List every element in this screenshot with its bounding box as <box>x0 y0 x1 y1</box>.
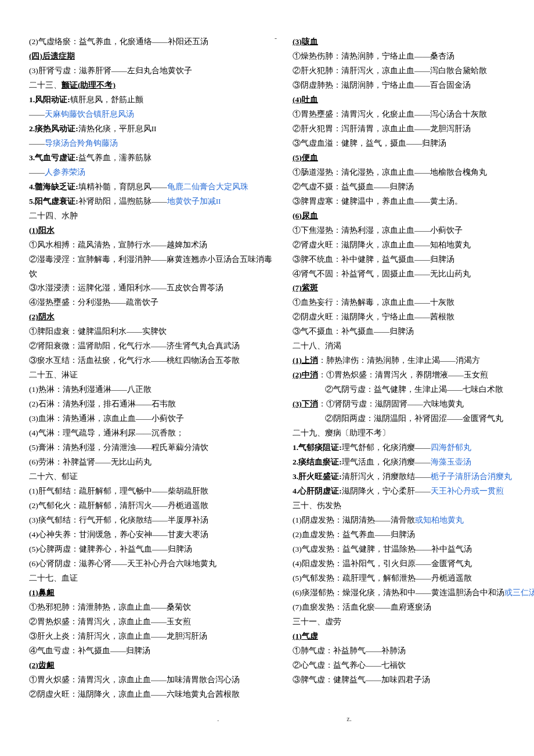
left-line: 二十五、淋证 <box>29 368 276 383</box>
right-line: ②气阴亏虚：益气健脾，生津止渴——七味白术散 <box>293 383 534 397</box>
left-line: (四)后遗症期 <box>29 49 276 64</box>
text-segment: (6)劳淋：补脾益肾——无比山药丸 <box>29 458 151 466</box>
header-dash: - <box>275 32 277 45</box>
right-line: ②气虚不摄：益气摄血——归脾汤 <box>293 180 534 195</box>
left-line: (3)肝肾亏虚：滋养肝肾——左归丸合地黄饮子 <box>29 64 276 78</box>
left-line: ③瘀水互结：活血祛瘀，化气行水——桃红四物汤合五苓散 <box>29 354 276 368</box>
left-line: ④气血亏虚：补气摄血——归脾汤 <box>29 644 276 658</box>
text-segment: 人参养荣汤 <box>45 168 85 177</box>
text-segment: 三十一、虚劳 <box>293 617 341 626</box>
two-column-body: (2)气虚络瘀：益气养血，化瘀通络——补阳还五汤(四)后遗症期(3)肝肾亏虚：滋… <box>29 35 534 702</box>
text-segment: —— <box>29 139 45 147</box>
text-segment: (1)阴虚发热：滋阴清热——清骨散 <box>293 516 415 524</box>
right-line: (1)气虚 <box>293 629 534 644</box>
text-segment: ①胃热壅盛：清胃泻火，化瘀止血——泻心汤合十灰散 <box>293 110 487 118</box>
left-line: (1)鼻衄 <box>29 586 276 600</box>
text-segment: 1.风阳动证: <box>29 95 70 104</box>
text-segment: 地黄饮子加减II <box>167 197 221 206</box>
text-segment: 清肝泻火，消瘿散结—— <box>342 472 431 481</box>
left-line: ②肾阳衰微：温肾助阳，化气行水——济生肾气丸合真武汤 <box>29 339 276 354</box>
right-line: ③脾气虚：健脾益气——加味四君子汤 <box>293 673 534 687</box>
right-line: (6)尿血 <box>293 209 534 224</box>
right-line: ②心气虚：益气养心——七福饮 <box>293 658 534 673</box>
left-line: (3)血淋：清热通淋，凉血止血——小蓟饮子 <box>29 412 276 426</box>
text-segment: (4)心神失养：甘润缓急，养心安神——甘麦大枣汤 <box>29 530 208 539</box>
right-line: 二十八、消渴 <box>293 339 534 354</box>
text-segment: ①脾阳虚衰：健脾温阳利水——实脾饮 <box>29 327 167 336</box>
right-line: ④肾气不固：补益肾气，固摄止血——无比山药丸 <box>293 267 534 282</box>
right-line: (7)血瘀发热：活血化瘀——血府逐瘀汤 <box>293 600 534 615</box>
right-line: (6)痰湿郁热：燥湿化痰，清热和中——黄连温胆汤合中和汤或三仁汤 <box>293 586 534 600</box>
text-segment: (7)血瘀发热：活血化瘀——血府逐瘀汤 <box>293 603 431 611</box>
right-line: ②肾虚火旺：滋阴降火，凉血止血——知柏地黄丸 <box>293 238 534 253</box>
left-line: (1)肝气郁结：疏肝解郁，理气畅中——柴胡疏肝散 <box>29 484 276 499</box>
right-line: 三十、伤发热 <box>293 499 534 513</box>
text-segment: ②阴虚火旺：滋阴降火，凉血止血——六味地黄丸合茜根散 <box>29 690 240 699</box>
text-segment: 1.气郁痰阻证: <box>293 443 342 452</box>
left-line: (1)阳水 <box>29 224 276 238</box>
text-segment: 滋阴降火，宁心柔肝—— <box>342 487 431 495</box>
text-segment: 2.痰结血瘀证: <box>293 458 342 466</box>
right-line: ③气不摄血：补气摄血——归脾汤 <box>293 325 534 339</box>
text-segment: 三十、伤发热 <box>293 501 341 510</box>
text-segment: (1)气虚 <box>293 632 318 640</box>
text-segment: (5)膏淋：清热利湿，分清泄浊——程氏萆薢分清饮 <box>29 443 208 452</box>
text-segment: ③脾不统血：补中健脾，益气摄血——归脾汤 <box>293 255 454 264</box>
right-line: (5)便血 <box>293 151 534 165</box>
left-line: 1.风阳动证:镇肝息风，舒筋止颤 <box>29 93 276 107</box>
left-line: 二十六、郁证 <box>29 470 276 484</box>
right-line: (3)咳血 <box>293 35 534 49</box>
left-line: (2)气郁化火：疏肝解郁，清肝泻火——丹栀逍遥散 <box>29 499 276 513</box>
left-line: ①胃火炽盛：清胃泻火，凉血止血——加味清胃散合泻心汤 <box>29 673 276 687</box>
text-segment: ①肺气虚：补益肺气——补肺汤 <box>293 646 406 655</box>
text-segment: (2)气虚络瘀：益气养血，化瘀通络——补阳还五汤 <box>29 37 208 46</box>
right-line: ③阴虚肺热：滋阴润肺，宁络止血——百合固金汤 <box>293 78 534 93</box>
left-line: (2)石淋：清热利湿，排石通淋——石韦散 <box>29 397 276 412</box>
text-segment: (2)中消 <box>293 370 318 379</box>
text-segment: ③气不摄血：补气摄血——归脾汤 <box>293 327 414 336</box>
text-segment: ③水湿浸渍：运脾化湿，通阳利水——五皮饮合胃苓汤 <box>29 283 223 292</box>
right-line: 3.肝火旺盛证:清肝泻火，消瘿散结——栀子子清肝汤合消瘿丸 <box>293 470 534 484</box>
text-segment: 海藻玉壶汤 <box>431 458 471 466</box>
text-segment: ③脾气虚：健脾益气——加味四君子汤 <box>293 675 430 684</box>
text-segment: 二十四、水肿 <box>29 211 78 220</box>
text-segment: 二十五、淋证 <box>29 370 78 379</box>
footer-left: . <box>217 715 219 723</box>
right-line: ①血热妄行：清热解毒，凉血止血——十灰散 <box>293 296 534 310</box>
left-line: (1)热淋：清热利湿通淋——八正散 <box>29 383 276 397</box>
right-line: ①肺气虚：补益肺气——补肺汤 <box>293 644 534 658</box>
right-line: (3)气虚发热：益气健脾，甘温除热——补中益气汤 <box>293 542 534 557</box>
text-segment: 天麻钩藤饮合镇肝息风汤 <box>45 110 134 118</box>
right-line: (4)阳虚发热：温补阳气，引火归原——金匮肾气丸 <box>293 557 534 571</box>
right-line: ①燥热伤肺：清热润肺，宁络止血——桑杏汤 <box>293 49 534 64</box>
text-segment: —— <box>29 110 45 118</box>
text-segment: ②心气虚：益气养心——七福饮 <box>293 661 406 669</box>
right-line: ③气虚血溢：健脾，益气，摄血——归脾汤 <box>293 136 534 151</box>
text-segment: (2)阴水 <box>29 312 55 321</box>
right-line: 4.心肝阴虚证:滋阴降火，宁心柔肝——天王补心丹或一贯煎 <box>293 484 534 499</box>
text-segment: 二十六、郁证 <box>29 472 78 481</box>
left-line: ①热邪犯肺：清泄肺热，凉血止血——桑菊饮 <box>29 600 276 615</box>
text-segment: (6)尿血 <box>293 211 318 220</box>
right-line: 1.气郁痰阻证:理气舒郁，化痰消瘿——四海舒郁丸 <box>293 441 534 455</box>
left-line: 二十四、水肿 <box>29 209 276 224</box>
text-segment: 或知柏地黄丸 <box>415 516 464 524</box>
right-line: (4)吐血 <box>293 93 534 107</box>
text-segment: ②肾虚火旺：滋阴降火，凉血止血——知柏地黄丸 <box>293 240 471 249</box>
right-line: ③脾不统血：补中健脾，益气摄血——归脾汤 <box>293 253 534 267</box>
left-line: (6)劳淋：补脾益肾——无比山药丸 <box>29 455 276 470</box>
text-segment: (1)鼻衄 <box>29 588 55 597</box>
text-segment: ②气阴亏虚：益气健脾，生津止渴——七味白术散 <box>293 385 503 394</box>
text-segment: ③肝火上炎：清肝泻火，凉血止血——龙胆泻肝汤 <box>29 632 207 640</box>
text-segment: ②阴阳两虚：滋阴温阳，补肾固涩——金匮肾气丸 <box>293 414 503 423</box>
left-line: (2)阴水 <box>29 310 276 325</box>
text-segment: (4)阳虚发热：温补阳气，引火归原——金匮肾气丸 <box>293 559 472 568</box>
right-line: ①胃热壅盛：清胃泻火，化瘀止血——泻心汤合十灰散 <box>293 107 534 122</box>
text-segment: ④气血亏虚：补气摄血——归脾汤 <box>29 646 150 655</box>
text-segment: (3)气虚发热：益气健脾，甘温除热——补中益气汤 <box>293 545 472 553</box>
text-segment: (6)痰湿郁热：燥湿化痰，清热和中——黄连温胆汤合中和汤 <box>293 588 504 597</box>
text-segment: ④肾气不固：补益肾气，固摄止血——无比山药丸 <box>293 269 471 278</box>
text-segment: 二十九、瘿病〔助理不考〕 <box>293 429 390 437</box>
right-line: 二十九、瘿病〔助理不考〕 <box>293 426 534 441</box>
text-segment: ③脾胃虚寒：健脾温中，养血止血——黄土汤。 <box>293 197 463 206</box>
